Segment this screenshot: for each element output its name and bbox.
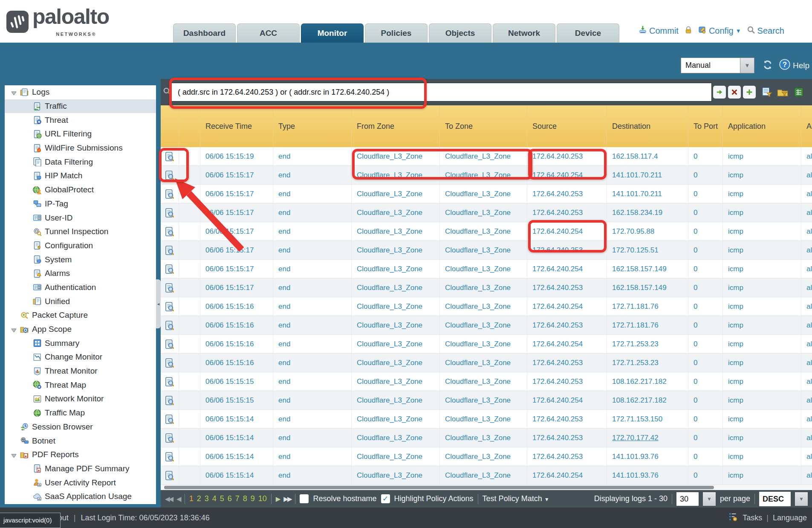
cell-from-zone[interactable]: Cloudflare_L3_Zone <box>352 260 440 278</box>
scrollbar-thumb[interactable] <box>164 486 714 489</box>
cell-destination[interactable]: 172.71.253.23 <box>607 335 688 353</box>
cell-receive-time[interactable]: 06/06 15:15:15 <box>200 391 273 409</box>
cell-to-zone[interactable]: Cloudflare_L3_Zone <box>440 260 527 278</box>
cell-action[interactable]: allow <box>801 372 812 391</box>
tab-acc[interactable]: ACC <box>237 23 300 43</box>
cell-action[interactable]: allow <box>801 410 812 428</box>
page-number-8[interactable]: 8 <box>243 494 247 503</box>
cell-application[interactable]: icmp <box>723 410 801 428</box>
cell-source[interactable]: 172.64.240.254 <box>527 297 607 316</box>
page-number-9[interactable]: 9 <box>251 494 255 503</box>
save-filter-button[interactable] <box>761 86 774 99</box>
load-filter-button[interactable] <box>776 86 789 99</box>
log-detail-icon[interactable] <box>161 297 179 316</box>
page-number-7[interactable]: 7 <box>235 494 240 503</box>
cell-action[interactable]: allow <box>801 429 812 447</box>
cell-application[interactable]: icmp <box>723 354 801 372</box>
expander-triangle-icon[interactable] <box>11 452 17 458</box>
cell-action[interactable]: allow <box>801 222 812 241</box>
cell-application[interactable]: icmp <box>723 241 801 259</box>
cell-destination[interactable]: 172.70.95.88 <box>607 222 688 241</box>
log-detail-icon[interactable] <box>161 447 179 466</box>
cell-receive-time[interactable]: 06/06 15:15:14 <box>200 466 273 484</box>
cell-type[interactable]: end <box>273 166 352 184</box>
cell-destination[interactable]: 162.158.117.4 <box>607 147 688 165</box>
cell-to-port[interactable]: 0 <box>688 260 723 278</box>
cell-to-port[interactable]: 0 <box>688 466 723 484</box>
cell-action[interactable]: allow <box>801 391 812 409</box>
cell-receive-time[interactable]: 06/06 15:15:16 <box>200 316 273 334</box>
cell-application[interactable]: icmp <box>723 297 801 316</box>
cell-source[interactable]: 172.64.240.254 <box>527 260 607 278</box>
tab-objects[interactable]: Objects <box>429 23 491 43</box>
cell-source[interactable]: 172.64.240.253 <box>527 147 607 165</box>
cell-action[interactable]: allow <box>801 185 812 203</box>
cell-to-port[interactable]: 0 <box>688 354 723 372</box>
language-button[interactable]: Language <box>773 513 807 522</box>
cell-to-zone[interactable]: Cloudflare_L3_Zone <box>440 372 527 391</box>
cell-source[interactable]: 172.64.240.254 <box>527 222 607 241</box>
horizontal-scrollbar[interactable] <box>161 485 812 490</box>
log-detail-icon[interactable] <box>161 203 179 222</box>
cell-to-port[interactable]: 0 <box>688 429 723 447</box>
cell-receive-time[interactable]: 06/06 15:15:17 <box>200 241 273 259</box>
cell-from-zone[interactable]: Cloudflare_L3_Zone <box>352 222 440 241</box>
column-header-type[interactable]: Type <box>273 105 352 147</box>
cell-from-zone[interactable]: Cloudflare_L3_Zone <box>352 185 440 203</box>
cell-source[interactable]: 172.64.240.253 <box>527 203 607 222</box>
cell-to-port[interactable]: 0 <box>688 335 723 353</box>
column-header-from-zone[interactable]: From Zone <box>352 105 440 147</box>
cell-receive-time[interactable]: 06/06 15:15:19 <box>200 147 273 165</box>
cell-receive-time[interactable]: 06/06 15:15:17 <box>200 185 273 203</box>
cell-type[interactable]: end <box>273 297 352 316</box>
tab-device[interactable]: Device <box>557 23 619 43</box>
cell-action[interactable]: allow <box>801 335 812 353</box>
cell-receive-time[interactable]: 06/06 15:15:17 <box>200 203 273 222</box>
cell-from-zone[interactable]: Cloudflare_L3_Zone <box>352 335 440 353</box>
tab-dashboard[interactable]: Dashboard <box>173 23 236 43</box>
cell-type[interactable]: end <box>273 147 352 165</box>
cell-receive-time[interactable]: 06/06 15:15:17 <box>200 279 273 297</box>
column-header-application[interactable]: Application <box>723 105 801 147</box>
cell-destination[interactable]: 141.101.70.211 <box>607 185 688 203</box>
cell-to-zone[interactable]: Cloudflare_L3_Zone <box>440 279 527 297</box>
sidebar-item-app-scope[interactable]: App Scope <box>5 322 156 337</box>
cell-application[interactable]: icmp <box>723 372 801 391</box>
cell-to-port[interactable]: 0 <box>688 391 723 409</box>
cell-to-zone[interactable]: Cloudflare_L3_Zone <box>440 335 527 353</box>
next-page-button[interactable]: ▶ <box>276 495 280 503</box>
cell-source[interactable]: 172.64.240.254 <box>527 391 607 409</box>
cell-receive-time[interactable]: 06/06 15:15:16 <box>200 297 273 316</box>
page-number-3[interactable]: 3 <box>205 494 209 503</box>
cell-source[interactable]: 172.64.240.254 <box>527 335 607 353</box>
cell-from-zone[interactable]: Cloudflare_L3_Zone <box>352 410 440 428</box>
log-detail-icon[interactable] <box>161 429 179 447</box>
sidebar-item-wildfire-submissions[interactable]: WildFire Submissions <box>5 141 156 155</box>
cell-application[interactable]: icmp <box>723 466 801 484</box>
cell-source[interactable]: 172.64.240.254 <box>527 466 607 484</box>
cell-from-zone[interactable]: Cloudflare_L3_Zone <box>352 429 440 447</box>
resolve-hostname-checkbox[interactable] <box>300 494 309 503</box>
cell-action[interactable]: allow <box>801 203 812 222</box>
sidebar-item-logs[interactable]: Logs <box>5 85 156 99</box>
cell-source[interactable]: 172.64.240.253 <box>527 241 607 259</box>
refresh-icon[interactable] <box>762 59 773 72</box>
cell-destination[interactable]: 108.162.217.182 <box>607 372 688 391</box>
cell-to-port[interactable]: 0 <box>688 203 723 222</box>
page-number-2[interactable]: 2 <box>197 494 201 503</box>
search-button[interactable]: Search <box>747 26 784 36</box>
expander-triangle-icon[interactable] <box>11 326 17 333</box>
per-page-dropdown-button[interactable]: ▼ <box>703 492 716 506</box>
sidebar-item-saas-application-usage[interactable]: SaaS Application Usage <box>5 490 156 504</box>
cell-to-port[interactable]: 0 <box>688 222 723 241</box>
add-filter-button[interactable] <box>743 86 756 99</box>
cell-source[interactable]: 172.64.240.253 <box>527 447 607 466</box>
log-detail-icon[interactable] <box>161 222 179 241</box>
cell-from-zone[interactable]: Cloudflare_L3_Zone <box>352 372 440 391</box>
cell-from-zone[interactable]: Cloudflare_L3_Zone <box>352 391 440 409</box>
sidebar-item-configuration[interactable]: Configuration <box>5 239 156 253</box>
cell-action[interactable]: allow <box>801 279 812 297</box>
cell-to-zone[interactable]: Cloudflare_L3_Zone <box>440 466 527 484</box>
log-detail-icon[interactable] <box>161 241 179 259</box>
log-detail-icon[interactable] <box>161 466 179 484</box>
